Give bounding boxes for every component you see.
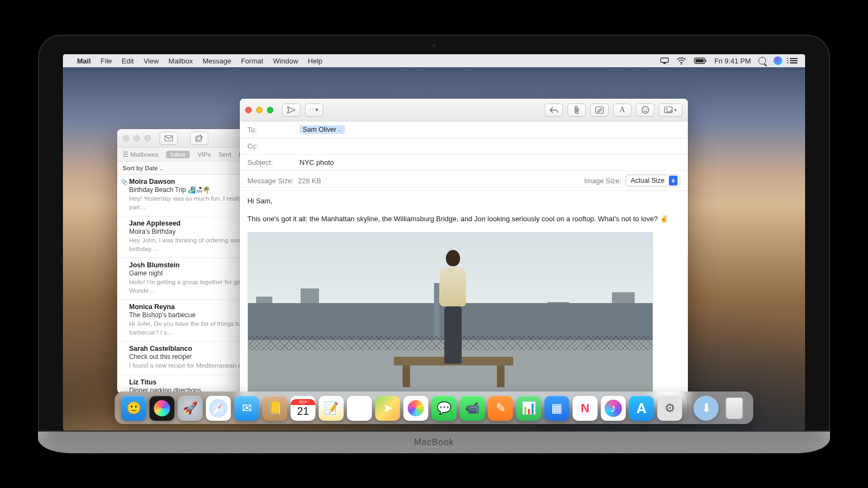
spotlight-search-icon[interactable] (758, 57, 766, 65)
dock-notes-icon[interactable]: 📝 (319, 396, 344, 421)
svg-point-13 (646, 108, 647, 110)
format-button[interactable]: A (613, 104, 631, 117)
window-minimize-button[interactable] (133, 135, 140, 142)
compose-button[interactable] (190, 132, 208, 145)
svg-rect-3 (695, 59, 704, 62)
favorites-inbox[interactable]: Inbox (166, 151, 190, 158)
compose-body[interactable]: Hi Sam, This one's got it all: the Manha… (240, 191, 688, 406)
message-sender: Josh Blumstein (129, 261, 180, 269)
dock-news-icon[interactable]: N (573, 396, 598, 421)
dock-safari-icon[interactable] (206, 396, 231, 421)
subject-value[interactable]: NYC photo (299, 158, 334, 166)
menubar-help[interactable]: Help (308, 57, 323, 65)
attached-photo[interactable] (247, 232, 653, 401)
menubar-clock[interactable]: Fri 9:41 PM (714, 57, 751, 65)
dock-itunes-icon[interactable]: ♪ (601, 396, 626, 421)
dock-launchpad-icon[interactable]: 🚀 (178, 396, 203, 421)
favorites-vips[interactable]: VIPs (197, 151, 210, 158)
recipient-chip[interactable]: Sam Oliver⌄ (299, 125, 345, 134)
dock-appstore-icon[interactable]: A (629, 396, 654, 421)
sort-label: Sort by Date (123, 165, 158, 171)
image-size-value: Actual Size (630, 177, 665, 184)
dock: 🙂 🚀 ✉︎ 📒 SEP21 📝 ☑︎ ➤ 💬 📹 ✎ 📊 ▦ N ♪ A (115, 391, 754, 424)
dock-facetime-icon[interactable]: 📹 (460, 396, 485, 421)
cc-label: Cc: (247, 142, 299, 150)
dock-mail-icon[interactable]: ✉︎ (234, 396, 259, 421)
message-sender: Liz Titus (129, 378, 156, 386)
message-sender: Jane Appleseed (129, 220, 181, 227)
markup-button[interactable] (590, 104, 609, 117)
laptop-frame: Mail File Edit View Mailbox Message Form… (38, 35, 830, 453)
get-mail-button[interactable] (159, 132, 178, 145)
reply-button[interactable] (545, 104, 563, 117)
dock-separator (688, 396, 688, 420)
cc-field-row[interactable]: Cc: (240, 138, 688, 155)
menubar-mailbox[interactable]: Mailbox (169, 57, 193, 65)
menubar-window[interactable]: Window (273, 57, 298, 65)
message-size-row: Message Size: 228 KB Image Size: Actual … (240, 171, 688, 191)
menubar-app-name[interactable]: Mail (77, 57, 91, 65)
window-close-button[interactable] (245, 107, 252, 113)
compose-window[interactable]: ∷ ▾ A ▾ To: Sam Oliver⌄ Cc: Sub (240, 99, 688, 406)
svg-rect-0 (661, 58, 668, 62)
favorites-mailboxes[interactable]: ☰ Mailboxes (123, 151, 158, 158)
airplay-icon[interactable] (660, 57, 669, 64)
dock-calendar-icon[interactable]: SEP21 (291, 396, 316, 421)
dock-contacts-icon[interactable]: 📒 (263, 396, 288, 421)
battery-icon[interactable] (694, 57, 707, 64)
photo-browser-button[interactable]: ▾ (659, 104, 682, 117)
notification-center-icon[interactable] (790, 58, 797, 63)
header-fields-button[interactable]: ∷ ▾ (305, 104, 323, 117)
dock-numbers-icon[interactable]: 📊 (516, 396, 541, 421)
image-size-label: Image Size: (584, 177, 622, 185)
dock-sysprefs-icon[interactable]: ⚙︎ (658, 396, 682, 421)
dock-maps-icon[interactable]: ➤ (375, 396, 400, 421)
send-button[interactable] (282, 104, 301, 117)
window-close-button[interactable] (123, 135, 129, 142)
laptop-hinge: MacBook (38, 432, 830, 453)
menubar-edit[interactable]: Edit (122, 57, 133, 65)
svg-point-15 (666, 108, 668, 110)
svg-point-1 (681, 63, 682, 64)
dock-pages-icon[interactable]: ✎ (488, 396, 513, 421)
window-minimize-button[interactable] (256, 107, 263, 113)
siri-menubar-icon[interactable] (774, 56, 782, 65)
dock-photos-icon[interactable] (404, 396, 429, 421)
svg-point-11 (642, 106, 649, 113)
menubar-view[interactable]: View (144, 57, 159, 65)
message-sender: Moira Dawson (129, 178, 175, 185)
to-field-row[interactable]: To: Sam Oliver⌄ (240, 121, 688, 138)
screen-bezel: Mail File Edit View Mailbox Message Form… (38, 35, 830, 432)
hardware-label: MacBook (414, 438, 454, 447)
subject-field-row[interactable]: Subject: NYC photo (240, 155, 688, 171)
sort-by-button[interactable]: Sort by Date⌄ (123, 165, 164, 171)
dock-siri-icon[interactable] (150, 396, 175, 421)
dock-reminders-icon[interactable]: ☑︎ (347, 396, 372, 421)
dock-trash-icon[interactable] (722, 396, 747, 421)
select-stepper-icon (669, 176, 678, 185)
menubar-file[interactable]: File (100, 57, 112, 65)
menubar-format[interactable]: Format (241, 57, 263, 65)
svg-point-12 (643, 108, 644, 110)
body-paragraph: This one's got it all: the Manhattan sky… (247, 214, 680, 224)
dock-keynote-icon[interactable]: ▦ (545, 396, 570, 421)
svg-rect-4 (705, 60, 706, 62)
window-zoom-button[interactable] (267, 107, 273, 113)
favorites-sent[interactable]: Sent (218, 151, 231, 158)
image-size-select[interactable]: Actual Size (626, 175, 680, 187)
camera (432, 43, 436, 48)
dock-finder-icon[interactable]: 🙂 (122, 396, 146, 421)
svg-rect-10 (596, 107, 603, 113)
attach-button[interactable] (567, 104, 586, 117)
window-controls (245, 107, 273, 113)
menubar-message[interactable]: Message (202, 57, 231, 65)
compose-titlebar[interactable]: ∷ ▾ A ▾ (240, 99, 688, 121)
dock-downloads-icon[interactable]: ⬇︎ (694, 396, 719, 421)
wifi-icon[interactable] (676, 57, 686, 65)
emoji-button[interactable] (636, 104, 654, 117)
window-zoom-button[interactable] (144, 135, 151, 142)
message-size-label: Message Size: (247, 177, 293, 185)
subject-label: Subject: (247, 158, 299, 166)
to-label: To: (247, 126, 299, 134)
dock-messages-icon[interactable]: 💬 (432, 396, 457, 421)
